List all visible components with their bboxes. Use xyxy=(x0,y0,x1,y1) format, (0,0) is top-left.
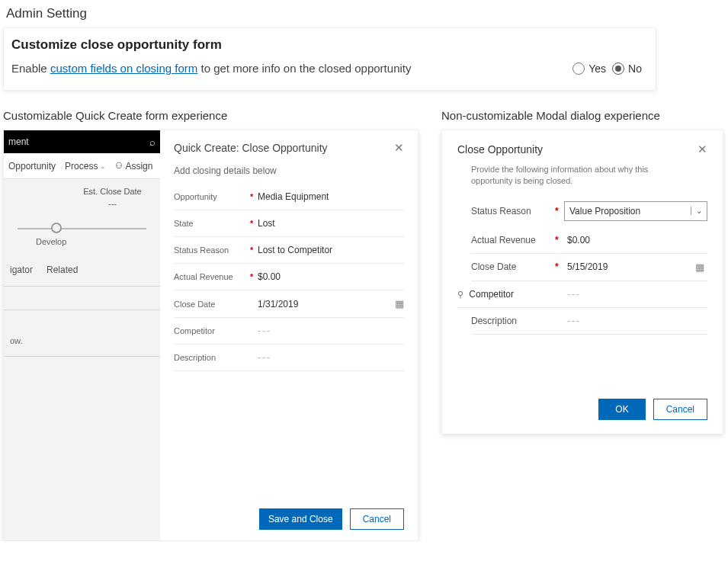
radio-no-label: No xyxy=(628,63,642,75)
radio-yes-label: Yes xyxy=(588,63,606,75)
cmd-opportunity[interactable]: Opportunity xyxy=(8,161,56,172)
qc-subtitle: Add closing details below xyxy=(174,165,404,176)
right-column-title: Non-customizable Modal dialog experience xyxy=(441,109,723,122)
fld-close-date-value[interactable]: 1/31/2019 xyxy=(258,299,395,309)
admin-enable-text: Enable custom fields on closing form to … xyxy=(11,62,572,75)
fld-actual-revenue-label: Actual Revenue xyxy=(174,272,250,281)
cmd-process[interactable]: Process ⌄ xyxy=(65,161,106,172)
quick-create-background: ment ⌕ Opportunity Process ⌄ ⚇ Assign xyxy=(4,130,160,540)
radio-no[interactable]: No xyxy=(612,63,642,75)
fld-description-value[interactable]: --- xyxy=(258,352,404,363)
md-actual-revenue-value[interactable]: $0.00 xyxy=(564,233,707,247)
est-close-date-value: --- xyxy=(71,199,154,208)
close-icon[interactable]: ✕ xyxy=(698,143,707,156)
md-actual-revenue-label: Actual Revenue xyxy=(471,235,555,245)
md-status-reason-select[interactable]: Value Proposition ⌄ xyxy=(564,201,707,221)
lock-icon: ⚲ xyxy=(457,290,463,299)
fld-close-date-label: Close Date xyxy=(174,300,250,309)
qc-panel-title: Quick Create: Close Opportunity xyxy=(174,142,328,154)
quick-create-preview: ment ⌕ Opportunity Process ⌄ ⚇ Assign xyxy=(3,130,419,541)
md-subtitle: Provide the following information about … xyxy=(471,164,669,188)
left-column-title: Customizable Quick Create form experienc… xyxy=(3,109,419,122)
fld-actual-revenue-value[interactable]: $0.00 xyxy=(258,271,404,282)
cmd-assign-label: Assign xyxy=(125,161,152,172)
chevron-down-icon: ⌄ xyxy=(100,162,106,170)
tab-igator[interactable]: igator xyxy=(10,265,33,275)
radio-yes[interactable]: Yes xyxy=(572,63,606,75)
bg-note: ow. xyxy=(4,321,160,345)
calendar-icon[interactable]: ▦ xyxy=(395,298,404,309)
chevron-down-icon: ⌄ xyxy=(691,207,702,215)
cmd-assign[interactable]: ⚇ Assign xyxy=(115,161,152,172)
md-description-value[interactable]: --- xyxy=(564,314,707,328)
calendar-icon[interactable]: ▦ xyxy=(695,261,704,273)
tab-related[interactable]: Related xyxy=(47,265,78,275)
fld-state-value[interactable]: Lost xyxy=(258,218,404,229)
quick-create-panel: Quick Create: Close Opportunity ✕ Add cl… xyxy=(160,130,418,540)
admin-heading: Admin Setting xyxy=(6,6,725,21)
custom-fields-link[interactable]: custom fields on closing form xyxy=(50,62,197,75)
cancel-button[interactable]: Cancel xyxy=(350,508,404,530)
fld-description-label: Description xyxy=(174,353,250,362)
fld-opportunity-value[interactable]: Media Equipment xyxy=(258,191,404,202)
save-and-close-button[interactable]: Save and Close xyxy=(259,508,342,530)
md-title: Close Opportunity xyxy=(457,143,543,156)
close-icon[interactable]: ✕ xyxy=(394,141,404,155)
stage-develop[interactable]: Develop xyxy=(36,237,154,246)
ok-button[interactable]: OK xyxy=(598,399,645,420)
md-close-date-field[interactable]: 5/15/2019 ▦ xyxy=(564,260,707,274)
admin-card-title: Customize close opportunity form xyxy=(11,37,642,53)
cancel-button[interactable]: Cancel xyxy=(653,399,707,420)
est-close-date-label: Est. Close Date xyxy=(71,187,154,196)
md-status-reason-label: Status Reason xyxy=(471,206,555,216)
md-competitor-value[interactable]: --- xyxy=(564,287,707,301)
cmd-process-label: Process xyxy=(65,161,98,172)
md-competitor-label-text: Competitor xyxy=(469,289,514,300)
fld-status-reason-value[interactable]: Lost to Competitor xyxy=(258,245,404,255)
md-status-reason-value: Value Proposition xyxy=(569,206,640,216)
fld-competitor-value[interactable]: --- xyxy=(258,325,404,336)
fld-opportunity-label: Opportunity xyxy=(174,192,250,201)
md-close-date-label: Close Date xyxy=(471,261,555,272)
admin-enable-suffix: to get more info on the closed opportuni… xyxy=(197,62,411,75)
md-description-label: Description xyxy=(471,316,555,326)
fld-state-label: State xyxy=(174,219,250,228)
topbar-title: ment xyxy=(8,136,29,147)
fld-status-reason-label: Status Reason xyxy=(174,245,250,255)
fld-competitor-label: Competitor xyxy=(174,326,250,335)
admin-card: Customize close opportunity form Enable … xyxy=(3,27,656,91)
person-icon: ⚇ xyxy=(115,161,123,171)
md-competitor-label: ⚲ Competitor xyxy=(457,289,555,300)
admin-enable-prefix: Enable xyxy=(11,62,50,75)
modal-dialog-preview: Close Opportunity ✕ Provide the followin… xyxy=(441,130,723,435)
md-close-date-value: 5/15/2019 xyxy=(567,261,608,272)
search-icon[interactable]: ⌕ xyxy=(149,136,156,148)
